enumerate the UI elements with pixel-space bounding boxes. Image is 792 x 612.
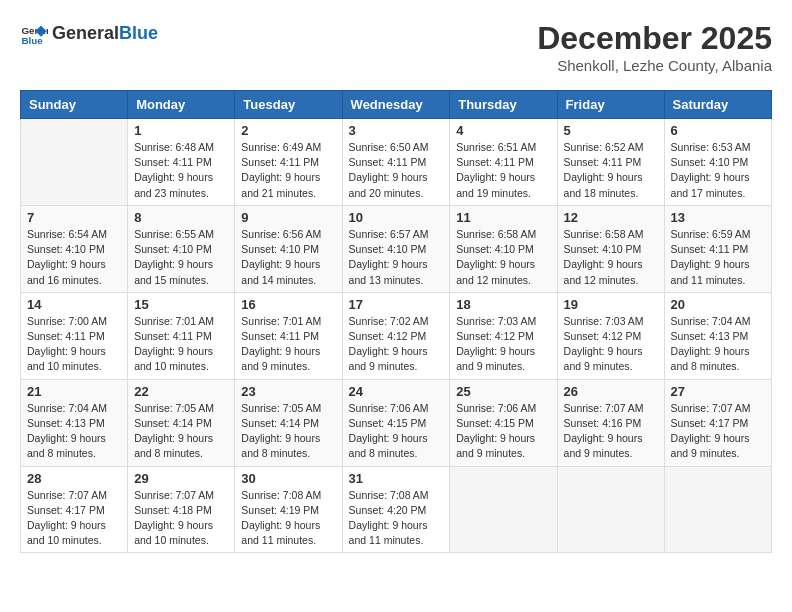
calendar-header-tuesday: Tuesday [235, 91, 342, 119]
day-number: 11 [456, 210, 550, 225]
calendar-cell: 12Sunrise: 6:58 AMSunset: 4:10 PMDayligh… [557, 205, 664, 292]
day-info: Sunrise: 6:50 AMSunset: 4:11 PMDaylight:… [349, 140, 444, 201]
calendar-header-saturday: Saturday [664, 91, 771, 119]
day-number: 8 [134, 210, 228, 225]
day-number: 28 [27, 471, 121, 486]
calendar-cell: 7Sunrise: 6:54 AMSunset: 4:10 PMDaylight… [21, 205, 128, 292]
day-number: 12 [564, 210, 658, 225]
calendar-cell: 20Sunrise: 7:04 AMSunset: 4:13 PMDayligh… [664, 292, 771, 379]
calendar-cell [557, 466, 664, 553]
day-number: 2 [241, 123, 335, 138]
logo-general-text: GeneralBlue [52, 24, 158, 44]
day-number: 22 [134, 384, 228, 399]
day-info: Sunrise: 6:56 AMSunset: 4:10 PMDaylight:… [241, 227, 335, 288]
day-number: 6 [671, 123, 765, 138]
calendar-cell: 29Sunrise: 7:07 AMSunset: 4:18 PMDayligh… [128, 466, 235, 553]
calendar-cell: 18Sunrise: 7:03 AMSunset: 4:12 PMDayligh… [450, 292, 557, 379]
calendar-cell: 26Sunrise: 7:07 AMSunset: 4:16 PMDayligh… [557, 379, 664, 466]
day-info: Sunrise: 6:51 AMSunset: 4:11 PMDaylight:… [456, 140, 550, 201]
day-info: Sunrise: 6:55 AMSunset: 4:10 PMDaylight:… [134, 227, 228, 288]
calendar-header-wednesday: Wednesday [342, 91, 450, 119]
calendar-cell: 16Sunrise: 7:01 AMSunset: 4:11 PMDayligh… [235, 292, 342, 379]
calendar-cell: 15Sunrise: 7:01 AMSunset: 4:11 PMDayligh… [128, 292, 235, 379]
day-number: 3 [349, 123, 444, 138]
day-info: Sunrise: 7:07 AMSunset: 4:17 PMDaylight:… [27, 488, 121, 549]
calendar-week-row: 14Sunrise: 7:00 AMSunset: 4:11 PMDayligh… [21, 292, 772, 379]
day-number: 25 [456, 384, 550, 399]
day-info: Sunrise: 6:53 AMSunset: 4:10 PMDaylight:… [671, 140, 765, 201]
day-info: Sunrise: 6:59 AMSunset: 4:11 PMDaylight:… [671, 227, 765, 288]
calendar-table: SundayMondayTuesdayWednesdayThursdayFrid… [20, 90, 772, 553]
calendar-cell: 19Sunrise: 7:03 AMSunset: 4:12 PMDayligh… [557, 292, 664, 379]
calendar-cell: 14Sunrise: 7:00 AMSunset: 4:11 PMDayligh… [21, 292, 128, 379]
day-info: Sunrise: 7:05 AMSunset: 4:14 PMDaylight:… [241, 401, 335, 462]
calendar-week-row: 7Sunrise: 6:54 AMSunset: 4:10 PMDaylight… [21, 205, 772, 292]
day-info: Sunrise: 7:04 AMSunset: 4:13 PMDaylight:… [27, 401, 121, 462]
calendar-week-row: 1Sunrise: 6:48 AMSunset: 4:11 PMDaylight… [21, 119, 772, 206]
page-header: General Blue GeneralBlue December 2025 S… [20, 20, 772, 74]
day-number: 23 [241, 384, 335, 399]
day-info: Sunrise: 6:48 AMSunset: 4:11 PMDaylight:… [134, 140, 228, 201]
day-info: Sunrise: 7:05 AMSunset: 4:14 PMDaylight:… [134, 401, 228, 462]
day-info: Sunrise: 7:08 AMSunset: 4:19 PMDaylight:… [241, 488, 335, 549]
calendar-cell: 2Sunrise: 6:49 AMSunset: 4:11 PMDaylight… [235, 119, 342, 206]
calendar-cell: 30Sunrise: 7:08 AMSunset: 4:19 PMDayligh… [235, 466, 342, 553]
day-info: Sunrise: 6:54 AMSunset: 4:10 PMDaylight:… [27, 227, 121, 288]
logo-icon: General Blue [20, 20, 48, 48]
day-number: 9 [241, 210, 335, 225]
calendar-cell [664, 466, 771, 553]
calendar-header-monday: Monday [128, 91, 235, 119]
calendar-cell: 8Sunrise: 6:55 AMSunset: 4:10 PMDaylight… [128, 205, 235, 292]
calendar-cell: 22Sunrise: 7:05 AMSunset: 4:14 PMDayligh… [128, 379, 235, 466]
day-info: Sunrise: 7:04 AMSunset: 4:13 PMDaylight:… [671, 314, 765, 375]
day-number: 21 [27, 384, 121, 399]
day-info: Sunrise: 7:03 AMSunset: 4:12 PMDaylight:… [456, 314, 550, 375]
calendar-cell: 21Sunrise: 7:04 AMSunset: 4:13 PMDayligh… [21, 379, 128, 466]
calendar-week-row: 21Sunrise: 7:04 AMSunset: 4:13 PMDayligh… [21, 379, 772, 466]
day-info: Sunrise: 7:01 AMSunset: 4:11 PMDaylight:… [241, 314, 335, 375]
day-info: Sunrise: 7:00 AMSunset: 4:11 PMDaylight:… [27, 314, 121, 375]
day-number: 7 [27, 210, 121, 225]
calendar-header-thursday: Thursday [450, 91, 557, 119]
day-number: 27 [671, 384, 765, 399]
calendar-cell: 5Sunrise: 6:52 AMSunset: 4:11 PMDaylight… [557, 119, 664, 206]
day-info: Sunrise: 6:52 AMSunset: 4:11 PMDaylight:… [564, 140, 658, 201]
calendar-cell: 27Sunrise: 7:07 AMSunset: 4:17 PMDayligh… [664, 379, 771, 466]
logo: General Blue GeneralBlue [20, 20, 158, 48]
calendar-cell: 9Sunrise: 6:56 AMSunset: 4:10 PMDaylight… [235, 205, 342, 292]
day-info: Sunrise: 7:02 AMSunset: 4:12 PMDaylight:… [349, 314, 444, 375]
svg-text:Blue: Blue [21, 35, 43, 46]
day-info: Sunrise: 7:01 AMSunset: 4:11 PMDaylight:… [134, 314, 228, 375]
calendar-cell: 11Sunrise: 6:58 AMSunset: 4:10 PMDayligh… [450, 205, 557, 292]
day-info: Sunrise: 7:03 AMSunset: 4:12 PMDaylight:… [564, 314, 658, 375]
day-info: Sunrise: 6:58 AMSunset: 4:10 PMDaylight:… [564, 227, 658, 288]
calendar-cell: 1Sunrise: 6:48 AMSunset: 4:11 PMDaylight… [128, 119, 235, 206]
day-info: Sunrise: 7:06 AMSunset: 4:15 PMDaylight:… [349, 401, 444, 462]
location-subtitle: Shenkoll, Lezhe County, Albania [537, 57, 772, 74]
calendar-cell [21, 119, 128, 206]
calendar-cell: 28Sunrise: 7:07 AMSunset: 4:17 PMDayligh… [21, 466, 128, 553]
calendar-cell: 10Sunrise: 6:57 AMSunset: 4:10 PMDayligh… [342, 205, 450, 292]
day-number: 15 [134, 297, 228, 312]
calendar-cell [450, 466, 557, 553]
day-info: Sunrise: 6:58 AMSunset: 4:10 PMDaylight:… [456, 227, 550, 288]
calendar-cell: 25Sunrise: 7:06 AMSunset: 4:15 PMDayligh… [450, 379, 557, 466]
day-number: 24 [349, 384, 444, 399]
day-number: 5 [564, 123, 658, 138]
day-number: 1 [134, 123, 228, 138]
calendar-header-row: SundayMondayTuesdayWednesdayThursdayFrid… [21, 91, 772, 119]
calendar-header-friday: Friday [557, 91, 664, 119]
day-number: 14 [27, 297, 121, 312]
day-info: Sunrise: 7:07 AMSunset: 4:16 PMDaylight:… [564, 401, 658, 462]
day-number: 20 [671, 297, 765, 312]
day-number: 13 [671, 210, 765, 225]
calendar-cell: 17Sunrise: 7:02 AMSunset: 4:12 PMDayligh… [342, 292, 450, 379]
calendar-cell: 24Sunrise: 7:06 AMSunset: 4:15 PMDayligh… [342, 379, 450, 466]
day-number: 10 [349, 210, 444, 225]
calendar-header-sunday: Sunday [21, 91, 128, 119]
day-number: 17 [349, 297, 444, 312]
calendar-week-row: 28Sunrise: 7:07 AMSunset: 4:17 PMDayligh… [21, 466, 772, 553]
calendar-cell: 3Sunrise: 6:50 AMSunset: 4:11 PMDaylight… [342, 119, 450, 206]
day-info: Sunrise: 6:49 AMSunset: 4:11 PMDaylight:… [241, 140, 335, 201]
day-number: 18 [456, 297, 550, 312]
